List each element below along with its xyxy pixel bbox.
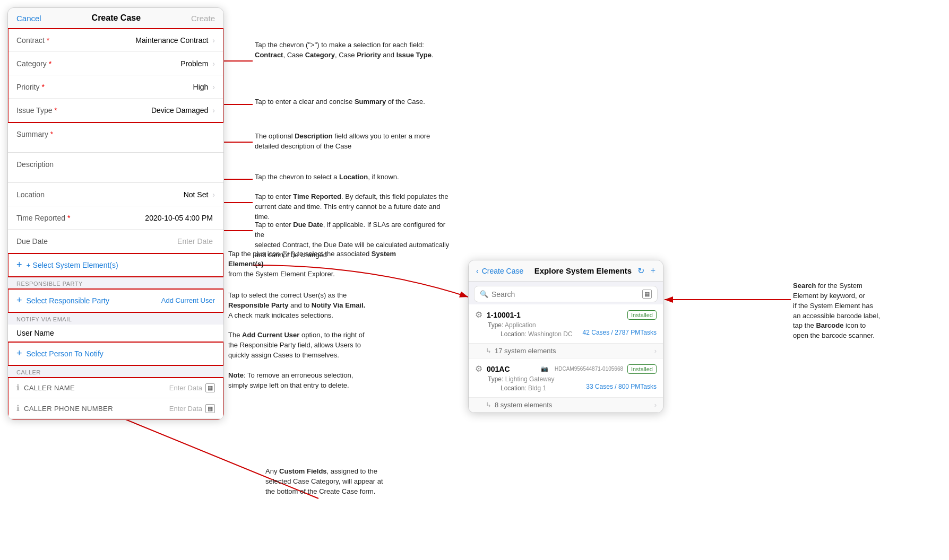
location-chevron-icon[interactable]: › bbox=[212, 190, 215, 199]
time-reported-annotation: Tap to enter Time Reported. By default, … bbox=[255, 192, 456, 222]
system-item-1-id: 1-10001-1 bbox=[487, 311, 623, 319]
system-item-2-serial: HDCAM956544871-0105668 bbox=[555, 366, 623, 372]
system-item-1-type: Type: Application bbox=[475, 321, 657, 329]
contract-label: Contract * bbox=[16, 36, 75, 45]
notify-section: User Name + Select Person To Notify bbox=[8, 325, 223, 366]
explore-add-icon[interactable]: + bbox=[651, 266, 655, 276]
priority-label: Priority * bbox=[16, 83, 75, 91]
issue-type-chevron-icon[interactable]: › bbox=[212, 106, 215, 115]
user-name-row: User Name bbox=[8, 325, 223, 342]
system-item-2-type: Type: Lighting Gateway bbox=[475, 375, 657, 383]
contract-chevron-icon[interactable]: › bbox=[212, 36, 215, 45]
explore-search-input[interactable] bbox=[491, 290, 642, 299]
select-responsible-party-row[interactable]: + Select Responsible Party Add Current U… bbox=[8, 289, 223, 312]
issue-type-label: Issue Type * bbox=[16, 106, 75, 115]
caller-name-barcode-icon[interactable]: ▦ bbox=[205, 383, 215, 392]
caller-phone-placeholder: Enter Data bbox=[169, 405, 202, 413]
system-item-1[interactable]: ⚙ 1-10001-1 Installed Type: Application … bbox=[469, 304, 663, 344]
plus-icon: + bbox=[16, 259, 22, 270]
explore-barcode-icon[interactable]: ▦ bbox=[642, 290, 652, 299]
contract-value: Maintenance Contract bbox=[75, 36, 210, 45]
sub-elements-chevron-icon[interactable]: › bbox=[654, 347, 657, 355]
responsible-party-section: + Select Responsible Party Add Current U… bbox=[8, 289, 223, 313]
select-responsible-party-label: Select Responsible Party bbox=[27, 296, 109, 305]
caller-phone-label: CALLER PHONE NUMBER bbox=[24, 405, 169, 413]
due-date-row[interactable]: Due Date Enter Date bbox=[8, 230, 223, 253]
system-item-1-cases: 42 Cases / 2787 PMTasks bbox=[583, 329, 657, 338]
priority-row[interactable]: Priority * High › bbox=[8, 75, 223, 99]
system-item-2-location: Location: Bldg 1 bbox=[488, 384, 546, 392]
explore-refresh-icon[interactable]: ↻ bbox=[637, 266, 644, 276]
select-system-elements-label: + Select System Element(s) bbox=[27, 261, 118, 269]
system-item-2-sub-elements[interactable]: ↳ 8 system elements › bbox=[469, 398, 663, 413]
explore-system-elements-panel: ‹ Create Case Explore System Elements ↻ … bbox=[468, 260, 663, 413]
search-annotation: Search for the System Element by keyword… bbox=[793, 281, 880, 341]
add-current-user-button[interactable]: Add Current User bbox=[161, 296, 215, 304]
contract-row[interactable]: Contract * Maintenance Contract › bbox=[8, 29, 223, 52]
form-title: Create Case bbox=[92, 13, 141, 23]
system-item-1-sub-elements[interactable]: ↳ 17 system elements › bbox=[469, 344, 663, 358]
select-system-elements-row[interactable]: + + Select System Element(s) bbox=[8, 253, 223, 277]
caller-phone-barcode-icon[interactable]: ▦ bbox=[205, 404, 215, 413]
create-case-form: Cancel Create Case Create Contract * Mai… bbox=[7, 7, 224, 420]
create-button[interactable]: Create bbox=[191, 14, 215, 23]
caller-name-placeholder: Enter Data bbox=[169, 384, 202, 392]
system-elements-annotation: Tap the plus icon ("+") to select the as… bbox=[228, 249, 430, 279]
system-item-2-gear-icon: ⚙ bbox=[475, 364, 482, 374]
location-label: Location bbox=[16, 190, 75, 199]
priority-chevron-icon[interactable]: › bbox=[212, 83, 215, 91]
category-value: Problem bbox=[75, 59, 210, 68]
form-titlebar: Cancel Create Case Create bbox=[8, 8, 223, 29]
time-reported-label: Time Reported * bbox=[16, 214, 75, 222]
sub-elements-2-chevron-icon[interactable]: › bbox=[654, 401, 657, 409]
location-time-section: Location Not Set › Time Reported * 2020-… bbox=[8, 183, 223, 253]
issue-type-row[interactable]: Issue Type * Device Damaged › bbox=[8, 99, 223, 122]
description-row[interactable]: Description bbox=[8, 153, 223, 182]
explore-back-button[interactable]: Create Case bbox=[482, 267, 524, 275]
custom-fields-annotation-text: Any Custom Fields, assigned to the selec… bbox=[265, 467, 383, 495]
location-annotation-text: Tap the chevron to select a Location, if… bbox=[255, 173, 399, 181]
category-row[interactable]: Category * Problem › bbox=[8, 52, 223, 75]
responsible-party-header: RESPONSIBLE PARTY bbox=[8, 277, 223, 289]
select-person-to-notify-row[interactable]: + Select Person To Notify bbox=[8, 342, 223, 365]
summary-section: Summary * bbox=[8, 122, 223, 153]
explore-back-chevron-icon[interactable]: ‹ bbox=[476, 267, 479, 275]
system-item-2-header: ⚙ 001AC 📷 HDCAM956544871-0105668 Install… bbox=[475, 364, 657, 374]
user-name-label: User Name bbox=[16, 329, 54, 337]
responsible-plus-icon: + bbox=[16, 295, 22, 306]
system-item-2-cases: 33 Cases / 800 PMTasks bbox=[586, 383, 657, 392]
summary-row[interactable]: Summary * bbox=[8, 122, 223, 152]
responsible-party-annotation: Tap to select the correct User(s) as the… bbox=[228, 291, 365, 390]
system-elements-annotation-text: Tap the plus icon ("+") to select the as… bbox=[228, 250, 396, 278]
location-annotation: Tap the chevron to select a Location, if… bbox=[255, 172, 399, 182]
caller-phone-row[interactable]: ℹ CALLER PHONE NUMBER Enter Data ▦ bbox=[8, 398, 223, 419]
description-annotation-text: The optional Description field allows yo… bbox=[255, 132, 430, 150]
description-section: Description bbox=[8, 153, 223, 183]
system-item-2-id: 001AC bbox=[487, 365, 537, 373]
chevron-annotation-text: Tap the chevron (">") to make a selectio… bbox=[255, 41, 433, 59]
system-item-2-status: Installed bbox=[627, 364, 657, 374]
issue-type-value: Device Damaged bbox=[75, 106, 210, 115]
system-elements-section: + + Select System Element(s) bbox=[8, 253, 223, 277]
description-annotation: The optional Description field allows yo… bbox=[255, 132, 430, 152]
custom-fields-annotation: Any Custom Fields, assigned to the selec… bbox=[265, 467, 383, 497]
caller-section-header: CALLER bbox=[8, 366, 223, 378]
category-chevron-icon[interactable]: › bbox=[212, 59, 215, 68]
cancel-button[interactable]: Cancel bbox=[16, 14, 41, 23]
description-label: Description bbox=[16, 159, 75, 169]
time-reported-annotation-text: Tap to enter Time Reported. By default, … bbox=[255, 192, 448, 221]
summary-annotation: Tap to enter a clear and concise Summary… bbox=[255, 97, 425, 107]
explore-search-bar[interactable]: 🔍 ▦ bbox=[474, 286, 658, 302]
location-value: Not Set bbox=[75, 190, 210, 199]
location-row[interactable]: Location Not Set › bbox=[8, 183, 223, 206]
system-item-1-gear-icon: ⚙ bbox=[475, 310, 482, 320]
summary-label: Summary * bbox=[16, 129, 75, 138]
sub-elements-label: 17 system elements bbox=[495, 347, 651, 355]
caller-name-row[interactable]: ℹ CALLER NAME Enter Data ▦ bbox=[8, 378, 223, 398]
system-item-2-serial-icon: 📷 bbox=[541, 365, 548, 372]
time-reported-row[interactable]: Time Reported * 2020-10-05 4:00 PM bbox=[8, 206, 223, 230]
notify-plus-icon: + bbox=[16, 348, 22, 359]
due-date-value: Enter Date bbox=[75, 237, 215, 246]
system-item-2[interactable]: ⚙ 001AC 📷 HDCAM956544871-0105668 Install… bbox=[469, 358, 663, 398]
system-item-1-location: Location: Washington DC bbox=[488, 330, 573, 338]
